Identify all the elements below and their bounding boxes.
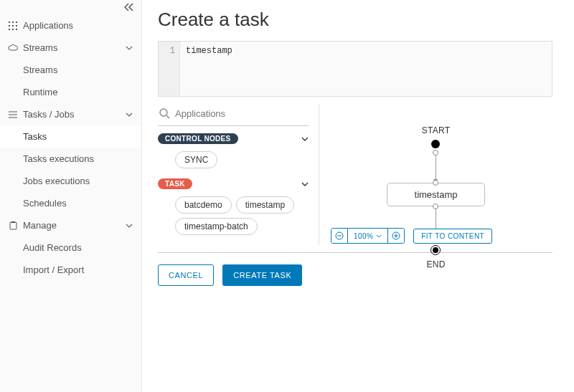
palette-item-batcdemo[interactable]: batcdemo (175, 196, 232, 214)
chevron-down-icon (301, 182, 309, 186)
category-control-nodes[interactable]: CONTROL NODES (158, 133, 309, 144)
chevron-down-icon (124, 113, 134, 117)
sidebar: Applications Streams Streams Runtime Tas… (0, 0, 142, 392)
create-task-button[interactable]: CREATE TASK (222, 264, 302, 286)
cloud-icon (7, 44, 19, 52)
svg-rect-12 (10, 222, 17, 229)
nav-label: Manage (23, 220, 124, 231)
chevron-down-icon (124, 224, 134, 228)
end-label: END (426, 259, 445, 269)
svg-rect-7 (12, 29, 14, 30)
sidebar-subitem-schedules[interactable]: Schedules (0, 192, 141, 214)
palette-item-timestamp[interactable]: timestamp (236, 196, 294, 214)
sidebar-subitem-audit-records[interactable]: Audit Records (0, 236, 141, 259)
palette-search[interactable] (158, 104, 309, 126)
chevron-double-left-icon (124, 3, 134, 11)
end-node[interactable] (431, 245, 441, 255)
start-node[interactable] (432, 140, 441, 148)
category-label: CONTROL NODES (158, 133, 238, 144)
code-content: timestamp (180, 42, 238, 96)
search-icon (158, 107, 171, 120)
sidebar-item-streams[interactable]: Streams (0, 37, 141, 59)
start-label: START (422, 125, 451, 135)
zoom-in-button[interactable] (388, 229, 404, 243)
sidebar-collapse[interactable] (0, 0, 141, 14)
line-number: 1 (159, 42, 180, 96)
chevron-down-icon (376, 234, 382, 238)
category-task[interactable]: TASK (158, 178, 309, 189)
chevron-down-icon (301, 137, 309, 141)
zoom-out-button[interactable] (331, 229, 347, 243)
svg-point-14 (160, 109, 167, 116)
svg-rect-2 (16, 21, 17, 23)
sidebar-item-manage[interactable]: Manage (0, 214, 141, 236)
page-title: Create a task (158, 9, 552, 31)
port[interactable] (433, 150, 439, 156)
plus-circle-icon (392, 231, 400, 240)
svg-line-15 (166, 115, 169, 118)
svg-rect-6 (9, 29, 10, 30)
zoom-value[interactable]: 100% (347, 229, 388, 243)
port[interactable] (433, 180, 439, 186)
cancel-button[interactable]: CANCEL (158, 264, 214, 286)
category-label: TASK (158, 178, 192, 189)
sidebar-subitem-runtime[interactable]: Runtime (0, 81, 141, 103)
nav-label: Tasks / Jobs (23, 109, 124, 120)
sidebar-subitem-tasks-executions[interactable]: Tasks executions (0, 148, 141, 170)
nav-label: Applications (23, 20, 134, 31)
svg-rect-5 (16, 25, 17, 27)
sidebar-item-tasks-jobs[interactable]: Tasks / Jobs (0, 103, 141, 125)
main-content: Create a task 1 timestamp CONTROL NODES … (142, 0, 574, 392)
sidebar-item-applications[interactable]: Applications (0, 14, 141, 37)
port[interactable] (433, 204, 439, 209)
sidebar-subitem-tasks[interactable]: Tasks (0, 125, 141, 148)
task-node-timestamp[interactable]: timestamp (387, 183, 486, 206)
palette-item-sync[interactable]: SYNC (175, 151, 217, 168)
svg-rect-13 (11, 221, 15, 223)
sidebar-subitem-jobs-executions[interactable]: Jobs executions (0, 170, 141, 192)
svg-rect-8 (16, 29, 17, 30)
svg-rect-4 (12, 25, 14, 27)
clipboard-icon (7, 221, 19, 230)
search-input[interactable] (175, 108, 309, 119)
zoom-control: 100% (331, 228, 405, 244)
list-icon (7, 111, 19, 118)
svg-rect-1 (12, 21, 14, 23)
sidebar-subitem-streams[interactable]: Streams (0, 59, 141, 81)
task-node-label: timestamp (415, 189, 458, 200)
dsl-editor[interactable]: 1 timestamp (158, 41, 552, 97)
minus-circle-icon (335, 231, 344, 240)
flow-canvas[interactable]: START timestamp END (319, 104, 552, 245)
palette-item-timestamp-batch[interactable]: timestamp-batch (175, 218, 258, 235)
grid-icon (7, 21, 19, 30)
svg-rect-3 (9, 25, 10, 27)
chevron-down-icon (124, 46, 134, 50)
nav-label: Streams (23, 42, 124, 53)
svg-rect-0 (9, 21, 10, 23)
fit-to-content-button[interactable]: FIT TO CONTENT (413, 229, 492, 244)
component-palette: CONTROL NODES SYNC TASK batcdemo timesta… (158, 104, 319, 245)
connector (436, 156, 436, 183)
sidebar-subitem-import-export[interactable]: Import / Export (0, 259, 141, 281)
